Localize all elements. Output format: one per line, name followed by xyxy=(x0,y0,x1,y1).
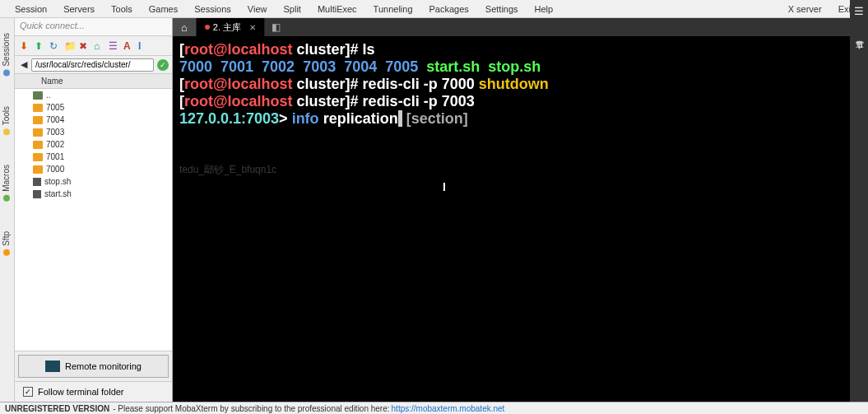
text-icon[interactable]: A xyxy=(123,41,133,51)
remote-monitoring-label: Remote monitoring xyxy=(65,361,142,371)
home-icon: ⌂ xyxy=(181,21,188,34)
refresh-icon[interactable]: ↻ xyxy=(49,41,59,51)
status-version: UNREGISTERED VERSION xyxy=(5,404,109,413)
path-input[interactable] xyxy=(31,58,154,72)
sidebar-content: Quick connect... ⬇ ⬆ ↻ 📁 ✖ ⌂ ☰ A I ◀ ✓ xyxy=(15,18,172,402)
menu-multiexec[interactable]: MultiExec xyxy=(309,2,365,16)
menu-tools[interactable]: Tools xyxy=(103,2,141,16)
folder-icon xyxy=(33,141,43,149)
menu-sessions[interactable]: Sessions xyxy=(186,2,239,16)
download-icon[interactable]: ⬇ xyxy=(20,41,30,51)
folder-icon xyxy=(33,165,43,174)
status-text: - Please support MobaXterm by subscribin… xyxy=(113,404,389,413)
statusbar: UNREGISTERED VERSION - Please support Mo… xyxy=(0,402,868,414)
upload-icon[interactable]: ⬆ xyxy=(35,41,44,51)
path-bar: ◀ ✓ xyxy=(15,56,172,74)
tab-home[interactable]: ⌂ xyxy=(173,18,197,36)
file-item-folder[interactable]: 7004 xyxy=(15,114,172,126)
vtab-sftp[interactable]: Sftp xyxy=(0,216,14,271)
menu-xserver[interactable]: X server xyxy=(780,2,830,16)
vertical-tabs: Sessions Tools Macros Sftp xyxy=(0,18,15,402)
menu-settings[interactable]: Settings xyxy=(477,2,527,16)
far-right-bar: ☰ 章节 xyxy=(850,0,868,414)
file-icon xyxy=(33,178,41,186)
follow-terminal-label: Follow terminal folder xyxy=(38,387,124,397)
menu-view[interactable]: View xyxy=(239,2,276,16)
menu-split[interactable]: Split xyxy=(276,2,309,16)
tab-status-icon xyxy=(205,25,210,30)
path-confirm-icon[interactable]: ✓ xyxy=(157,59,169,71)
list-icon[interactable]: ☰ xyxy=(852,3,866,18)
terminal-panel: ⌂ 2. 主库 ✕ ◧ 📎 [root@localhost cluster]# … xyxy=(173,18,868,402)
menu-games[interactable]: Games xyxy=(141,2,186,16)
sftp-dot-icon xyxy=(3,249,10,256)
macros-dot-icon xyxy=(3,195,10,202)
tab-title: 2. 主库 xyxy=(213,21,241,34)
view-icon[interactable]: ☰ xyxy=(109,41,118,51)
back-arrow-icon[interactable]: ◀ xyxy=(18,59,30,70)
menu-packages[interactable]: Packages xyxy=(421,2,477,16)
vtab-macros[interactable]: Macros xyxy=(0,150,14,216)
folder-up-icon xyxy=(33,91,43,100)
file-item-folder[interactable]: 7005 xyxy=(15,101,172,114)
file-item-folder[interactable]: 7003 xyxy=(15,126,172,138)
home-icon[interactable]: ⌂ xyxy=(94,41,104,51)
monitor-icon xyxy=(45,361,60,372)
col-name[interactable]: Name xyxy=(36,77,68,86)
file-item-file[interactable]: start.sh xyxy=(15,188,172,200)
vtab-tools[interactable]: Tools xyxy=(0,91,14,150)
text-cursor-icon: I xyxy=(443,180,446,193)
file-item-folder[interactable]: 7000 xyxy=(15,163,172,175)
file-list: .. 7005 7004 7003 7002 7001 7000 stop.sh… xyxy=(15,89,172,351)
quick-connect-input[interactable]: Quick connect... xyxy=(15,18,172,36)
menu-session[interactable]: Session xyxy=(7,2,55,16)
tab-main[interactable]: 2. 主库 ✕ xyxy=(197,18,265,36)
tab-close-icon[interactable]: ✕ xyxy=(249,23,256,32)
follow-checkbox[interactable]: ✓ xyxy=(23,387,33,397)
file-icon xyxy=(33,190,41,198)
vtab-sessions[interactable]: Sessions xyxy=(0,18,14,91)
newfolder-icon[interactable]: 📁 xyxy=(64,41,74,51)
file-item-up[interactable]: .. xyxy=(15,89,172,101)
sidebar-bottom: Remote monitoring ✓ Follow terminal fold… xyxy=(15,351,172,402)
folder-icon xyxy=(33,153,43,161)
follow-terminal-row[interactable]: ✓ Follow terminal folder xyxy=(15,381,172,402)
menu-help[interactable]: Help xyxy=(527,2,562,16)
remote-monitoring-button[interactable]: Remote monitoring xyxy=(18,355,169,378)
menu-tunneling[interactable]: Tunneling xyxy=(365,2,421,16)
file-list-header: Name xyxy=(15,74,172,89)
tools-dot-icon xyxy=(3,128,10,135)
chapter-label[interactable]: 章节 xyxy=(852,26,866,41)
file-item-folder[interactable]: 7002 xyxy=(15,138,172,151)
tabs-bar: ⌂ 2. 主库 ✕ ◧ 📎 xyxy=(173,18,868,36)
left-panel: Sessions Tools Macros Sftp Quick connect… xyxy=(0,18,173,402)
folder-icon xyxy=(33,128,43,137)
main-area: Sessions Tools Macros Sftp Quick connect… xyxy=(0,18,868,402)
status-link[interactable]: https://mobaxterm.mobatek.net xyxy=(392,404,505,413)
info-icon[interactable]: I xyxy=(138,41,148,51)
sftp-toolbar: ⬇ ⬆ ↻ 📁 ✖ ⌂ ☰ A I xyxy=(15,36,172,56)
menu-servers[interactable]: Servers xyxy=(55,2,103,16)
terminal-output[interactable]: [root@localhost cluster]# ls 7000 7001 7… xyxy=(173,36,868,402)
file-item-file[interactable]: stop.sh xyxy=(15,175,172,188)
sessions-dot-icon xyxy=(3,70,10,77)
file-item-folder[interactable]: 7001 xyxy=(15,151,172,163)
delete-icon[interactable]: ✖ xyxy=(79,41,89,51)
tab-add-button[interactable]: ◧ xyxy=(265,21,287,33)
folder-icon xyxy=(33,104,43,112)
folder-icon xyxy=(33,116,43,124)
menubar: Session Servers Tools Games Sessions Vie… xyxy=(0,0,868,18)
